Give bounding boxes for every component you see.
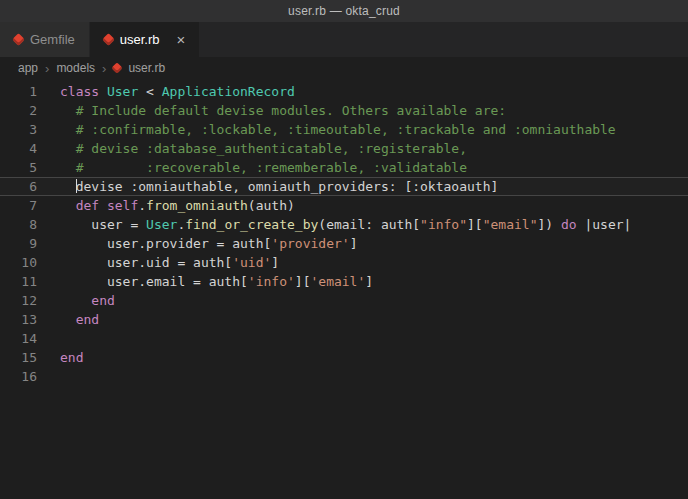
window-title: user.rb — okta_crud: [288, 4, 400, 18]
code-line-6[interactable]: 6 devise :omniauthable, omniauth_provide…: [0, 177, 688, 196]
line-number: 13: [0, 310, 46, 329]
code-text: end: [60, 348, 83, 367]
line-number: 9: [0, 234, 46, 253]
breadcrumb: app›models›user.rb: [0, 57, 688, 79]
line-number: 14: [0, 329, 46, 348]
code-line-9[interactable]: 9 user.provider = auth['provider']: [0, 234, 688, 253]
code-line-3[interactable]: 3 # :confirmable, :lockable, :timeoutabl…: [0, 120, 688, 139]
line-number: 4: [0, 139, 46, 158]
code-line-2[interactable]: 2 # Include default devise modules. Othe…: [0, 101, 688, 120]
code-text: user.email = auth['info']['email']: [60, 272, 373, 291]
breadcrumb-separator: ›: [102, 61, 106, 76]
code-line-11[interactable]: 11 user.email = auth['info']['email']: [0, 272, 688, 291]
line-number: 5: [0, 158, 46, 177]
code-editor[interactable]: 1class User < ApplicationRecord2 # Inclu…: [0, 79, 688, 386]
code-line-5[interactable]: 5 # :recoverable, :rememberable, :valida…: [0, 158, 688, 177]
tab-label: Gemfile: [30, 32, 75, 47]
code-text: # devise :database_authenticatable, :reg…: [60, 139, 467, 158]
code-text: # :confirmable, :lockable, :timeoutable,…: [60, 120, 616, 139]
code-line-13[interactable]: 13 end: [0, 310, 688, 329]
line-number: 10: [0, 253, 46, 272]
line-number: 8: [0, 215, 46, 234]
code-line-16[interactable]: 16: [0, 367, 688, 386]
ruby-icon: [112, 62, 123, 73]
line-number: 12: [0, 291, 46, 310]
code-line-8[interactable]: 8 user = User.find_or_create_by(email: a…: [0, 215, 688, 234]
breadcrumb-item-user-rb[interactable]: user.rb: [128, 61, 165, 75]
tab-label: user.rb: [120, 32, 160, 47]
line-number: 1: [0, 82, 46, 101]
code-text: # Include default devise modules. Others…: [60, 101, 506, 120]
code-text: # :recoverable, :rememberable, :validata…: [60, 158, 467, 177]
breadcrumb-item-app[interactable]: app: [18, 61, 38, 75]
close-tab-icon[interactable]: ×: [177, 32, 186, 47]
code-text: def self.from_omniauth(auth): [60, 196, 295, 215]
code-line-1[interactable]: 1class User < ApplicationRecord: [0, 82, 688, 101]
code-text: devise :omniauthable, omniauth_providers…: [60, 177, 498, 196]
code-line-7[interactable]: 7 def self.from_omniauth(auth): [0, 196, 688, 215]
code-line-14[interactable]: 14: [0, 329, 688, 348]
code-text: user = User.find_or_create_by(email: aut…: [60, 215, 631, 234]
ruby-icon: [102, 33, 115, 46]
line-number: 3: [0, 120, 46, 139]
line-number: 11: [0, 272, 46, 291]
line-number: 6: [0, 177, 46, 196]
code-text: class User < ApplicationRecord: [60, 82, 295, 101]
code-line-15[interactable]: 15end: [0, 348, 688, 367]
tab-gemfile[interactable]: Gemfile: [0, 22, 90, 57]
breadcrumb-separator: ›: [45, 61, 49, 76]
code-text: user.uid = auth['uid']: [60, 253, 279, 272]
line-number: 15: [0, 348, 46, 367]
tab-bar: Gemfileuser.rb×: [0, 22, 688, 57]
line-number: 2: [0, 101, 46, 120]
code-text: end: [60, 291, 115, 310]
line-number: 16: [0, 367, 46, 386]
ruby-icon: [12, 33, 25, 46]
title-bar[interactable]: user.rb — okta_crud: [0, 0, 688, 22]
code-line-4[interactable]: 4 # devise :database_authenticatable, :r…: [0, 139, 688, 158]
tab-user-rb[interactable]: user.rb×: [90, 22, 201, 57]
code-text: end: [60, 310, 99, 329]
vscode-window: user.rb — okta_crud Gemfileuser.rb× app›…: [0, 0, 688, 386]
breadcrumb-item-models[interactable]: models: [56, 61, 95, 75]
code-text: user.provider = auth['provider']: [60, 234, 357, 253]
code-line-12[interactable]: 12 end: [0, 291, 688, 310]
line-number: 7: [0, 196, 46, 215]
code-line-10[interactable]: 10 user.uid = auth['uid']: [0, 253, 688, 272]
